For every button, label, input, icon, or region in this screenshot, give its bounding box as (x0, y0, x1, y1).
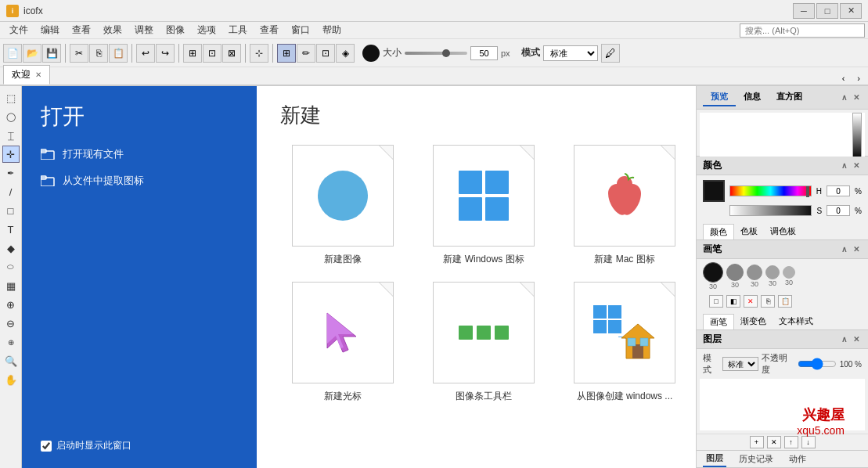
menu-effects[interactable]: 效果 (97, 22, 128, 38)
color-tab1[interactable]: 颜色 (703, 224, 734, 239)
welcome-tab-close[interactable]: ✕ (35, 70, 41, 79)
brush-collapse[interactable]: ∧ (838, 244, 849, 255)
preview-header[interactable]: 预览 信息 直方图 ∧ ✕ (697, 86, 868, 110)
undo-button[interactable]: ↩ (136, 44, 155, 63)
copy-button[interactable]: ⎘ (89, 44, 108, 63)
tool-select-ellipse[interactable]: ◯ (2, 108, 20, 125)
brush-item-1[interactable]: 30 (703, 262, 723, 290)
search-input[interactable] (745, 26, 859, 35)
menu-edit[interactable]: 编辑 (34, 22, 66, 38)
close-button[interactable]: ✕ (840, 3, 862, 19)
menu-image[interactable]: 图像 (160, 22, 191, 38)
grid-button[interactable]: ⊞ (277, 44, 296, 63)
tool-eraser[interactable]: ⬭ (2, 258, 20, 275)
pixel-button[interactable]: ✏ (297, 44, 315, 63)
new-strip-item[interactable]: 图像条工具栏 (421, 282, 546, 403)
expand-button[interactable]: ⊠ (222, 44, 241, 63)
layer-tab1[interactable]: 图层 (703, 451, 726, 467)
crop-button[interactable]: ⊡ (203, 44, 222, 63)
tool-fill[interactable]: ◆ (2, 239, 20, 257)
brush-delete[interactable]: ✕ (744, 295, 758, 308)
tab-prev[interactable]: ‹ (837, 72, 850, 85)
brush-tab3[interactable]: 文本样式 (773, 314, 819, 329)
color-tab3[interactable]: 调色板 (764, 224, 802, 239)
open-button[interactable]: 📂 (23, 44, 41, 63)
layer-add[interactable]: + (750, 436, 764, 448)
tool-zoom[interactable]: 🔍 (2, 352, 20, 369)
brush-item-4[interactable]: 30 (765, 265, 780, 287)
brush-item-5[interactable]: 30 (783, 266, 795, 286)
new-windows-item[interactable]: 新建 Windows 图标 (421, 145, 546, 266)
layer-tab3[interactable]: 动作 (786, 452, 809, 466)
brush-item-3[interactable]: 30 (747, 265, 762, 288)
brush-tab2[interactable]: 渐变色 (734, 314, 773, 329)
tool-line[interactable]: / (2, 183, 20, 200)
size-slider[interactable] (405, 52, 467, 55)
preview-tab[interactable]: 预览 (703, 88, 736, 106)
color-hue-bar[interactable] (729, 185, 812, 196)
preview-collapse[interactable]: ∧ (838, 92, 849, 103)
size-input[interactable] (470, 46, 498, 60)
maximize-button[interactable]: □ (816, 3, 838, 19)
tab-next[interactable]: › (852, 72, 865, 85)
brush-save[interactable]: ◧ (726, 295, 740, 308)
tool-stamp[interactable]: ⊕ (2, 333, 20, 351)
tool-gradient[interactable]: ▦ (2, 277, 20, 294)
tool-rect[interactable]: □ (2, 202, 20, 219)
color-close[interactable]: ✕ (851, 160, 862, 171)
color-sat-bar[interactable] (729, 205, 812, 216)
menu-tools[interactable]: 工具 (222, 22, 254, 38)
new-image-item[interactable]: 新建图像 (280, 145, 405, 266)
menu-view1[interactable]: 查看 (66, 22, 97, 38)
tool-add[interactable]: ⊕ (2, 296, 20, 313)
color-tab2[interactable]: 色板 (734, 224, 764, 239)
layer-close[interactable]: ✕ (851, 334, 862, 345)
resize-button[interactable]: ⊞ (183, 44, 202, 63)
preview-close[interactable]: ✕ (851, 92, 862, 103)
histogram-tab[interactable]: 直方图 (769, 88, 810, 106)
open-existing-link[interactable]: 打开现有文件 (41, 144, 238, 164)
redo-button[interactable]: ↪ (156, 44, 175, 63)
cut-button[interactable]: ✂ (70, 44, 88, 63)
menu-options[interactable]: 选项 (191, 22, 222, 38)
new-button[interactable]: 📄 (3, 44, 22, 63)
layer-header[interactable]: 图层 ∧ ✕ (697, 330, 868, 349)
brush-paste[interactable]: 📋 (778, 295, 792, 308)
paste-button[interactable]: 📋 (109, 44, 128, 63)
menu-window[interactable]: 窗口 (285, 22, 316, 38)
select-button[interactable]: ⊹ (250, 44, 268, 63)
opacity-slider[interactable] (798, 358, 837, 370)
h-value[interactable] (827, 185, 850, 196)
brush-new[interactable]: □ (709, 295, 723, 308)
color-collapse[interactable]: ∧ (838, 160, 849, 171)
tool-text[interactable]: T (2, 221, 20, 238)
search-box[interactable] (740, 23, 865, 38)
tool-select-lasso[interactable]: ⌶ (2, 127, 20, 144)
layer-delete[interactable]: ✕ (767, 436, 781, 448)
brush-tab1[interactable]: 画笔 (703, 314, 734, 329)
menu-help[interactable]: 帮助 (316, 22, 348, 38)
minimize-button[interactable]: ─ (793, 3, 815, 19)
transform-button[interactable]: ◈ (336, 44, 355, 63)
menu-adjust[interactable]: 调整 (128, 22, 160, 38)
layer-up[interactable]: ↑ (784, 436, 798, 448)
layer-down[interactable]: ↓ (801, 436, 816, 448)
startup-checkbox[interactable] (41, 441, 52, 452)
color-swatch[interactable] (703, 180, 725, 202)
eyedropper-button[interactable]: 🖊 (601, 44, 620, 63)
layer-collapse[interactable]: ∧ (838, 334, 849, 345)
layer-mode-select[interactable]: 标准 (722, 357, 758, 371)
new-from-image-item[interactable]: → 从图像创建 windows ... (562, 282, 687, 403)
tool-hand[interactable]: ✋ (2, 371, 20, 388)
brush-header[interactable]: 画笔 ∧ ✕ (697, 240, 868, 259)
layer-tab2[interactable]: 历史记录 (736, 452, 776, 466)
save-button[interactable]: 💾 (42, 44, 61, 63)
tool-move[interactable]: ✛ (2, 146, 20, 163)
new-mac-item[interactable]: 新建 Mac 图标 (562, 145, 687, 266)
info-tab[interactable]: 信息 (736, 88, 769, 106)
brush-copy[interactable]: ⎘ (761, 295, 775, 308)
mode-select[interactable]: 标准 (543, 45, 598, 61)
tool-pen[interactable]: ✒ (2, 164, 20, 182)
color-header[interactable]: 颜色 ∧ ✕ (697, 157, 868, 175)
size-slider-thumb[interactable] (442, 49, 450, 57)
